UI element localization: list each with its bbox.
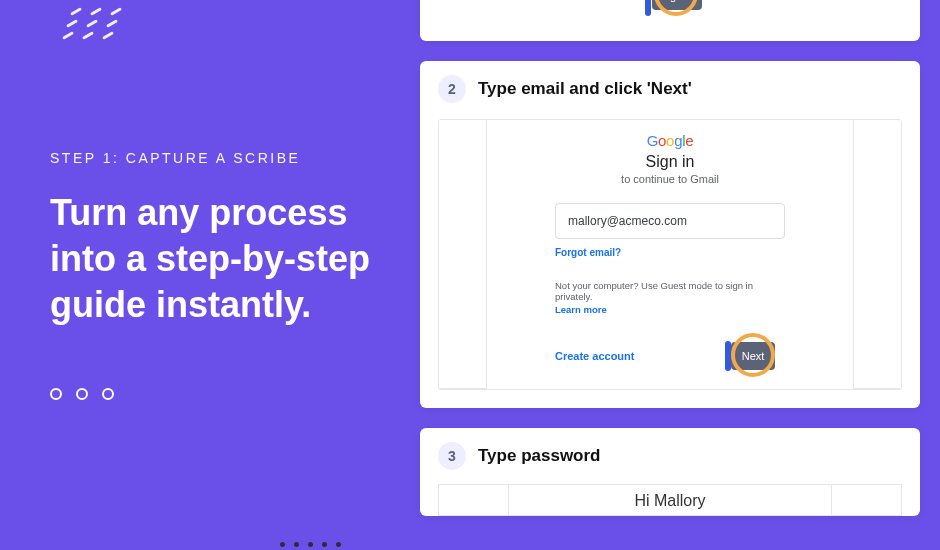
signin-button[interactable]: Sign in	[652, 0, 702, 10]
learn-more-link[interactable]: Learn more	[555, 304, 785, 315]
signin-bottom-row: Create account Next	[555, 341, 785, 371]
google-logo: Google	[515, 132, 825, 149]
carousel-dots	[50, 388, 390, 400]
mock-border-right	[853, 120, 901, 389]
google-signin-mock: Google Sign in to continue to Gmail mall…	[438, 119, 902, 390]
carousel-dot[interactable]	[50, 388, 62, 400]
step-title: Type email and click 'Next'	[478, 79, 692, 99]
logo-letter: e	[685, 132, 693, 149]
logo-letter: o	[666, 132, 674, 149]
signin-button-label: Sign in	[660, 0, 694, 2]
carousel-dot[interactable]	[76, 388, 88, 400]
steps-column: Password: Click Sign in below to set you…	[420, 0, 940, 550]
step-card-3: 3 Type password Hi Mallory	[420, 428, 920, 516]
step-header: 2 Type email and click 'Next'	[438, 75, 902, 103]
logo-letter: G	[647, 132, 658, 149]
carousel-dot[interactable]	[102, 388, 114, 400]
logo-letter: o	[658, 132, 666, 149]
greeting-row: Hi Mallory	[438, 484, 902, 516]
create-account-link[interactable]: Create account	[555, 350, 634, 362]
email-field[interactable]: mallory@acmeco.com	[555, 203, 785, 239]
greeting-text: Hi Mallory	[509, 485, 831, 515]
next-button[interactable]: Next	[731, 342, 775, 370]
hero-column: STEP 1: CAPTURE A SCRIBE Turn any proces…	[0, 0, 420, 550]
guest-mode-text: Not your computer? Use Guest mode to sig…	[555, 280, 785, 302]
signin-heading: Sign in	[515, 153, 825, 171]
email-value: mallory@acmeco.com	[568, 214, 687, 228]
mock-border-left	[439, 120, 487, 389]
signin-subtitle: to continue to Gmail	[515, 173, 825, 185]
next-button-label: Next	[742, 350, 765, 362]
mock-border-left	[439, 485, 509, 515]
step-label: STEP 1: CAPTURE A SCRIBE	[50, 150, 390, 166]
forgot-email-link[interactable]: Forgot email?	[555, 247, 785, 258]
step-number-badge: 3	[438, 442, 466, 470]
step-title: Type password	[478, 446, 601, 466]
hero-text: Turn any process into a step-by-step gui…	[50, 190, 390, 328]
step-number-badge: 2	[438, 75, 466, 103]
page-root: STEP 1: CAPTURE A SCRIBE Turn any proces…	[0, 0, 940, 550]
highlight-bar	[645, 0, 651, 16]
step-header: 3 Type password	[438, 442, 902, 470]
logo-letter: g	[674, 132, 682, 149]
mock-border-right	[831, 485, 901, 515]
step-card-1: Password: Click Sign in below to set you…	[420, 0, 920, 41]
step-card-2: 2 Type email and click 'Next' Google Sig…	[420, 61, 920, 408]
